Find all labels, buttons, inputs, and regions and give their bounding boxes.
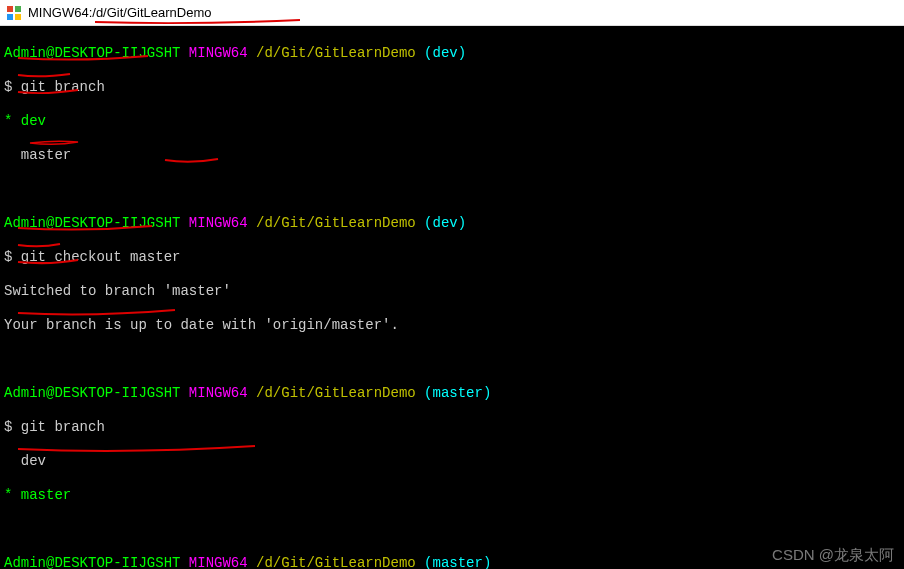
command-line: $ git checkout master bbox=[4, 249, 900, 266]
terminal-area[interactable]: Admin@DESKTOP-IIJGSHT MINGW64 /d/Git/Git… bbox=[0, 26, 904, 569]
window-titlebar: MINGW64:/d/Git/GitLearnDemo bbox=[0, 0, 904, 26]
blank-line bbox=[4, 181, 900, 198]
output-line: Your branch is up to date with 'origin/m… bbox=[4, 317, 900, 334]
blank-line bbox=[4, 521, 900, 538]
svg-rect-1 bbox=[15, 6, 21, 12]
svg-rect-0 bbox=[7, 6, 13, 12]
git-bash-icon bbox=[6, 5, 22, 21]
prompt-line: Admin@DESKTOP-IIJGSHT MINGW64 /d/Git/Git… bbox=[4, 385, 900, 402]
command-line: $ git branch bbox=[4, 79, 900, 96]
blank-line bbox=[4, 351, 900, 368]
svg-rect-3 bbox=[15, 14, 21, 20]
output-line: master bbox=[4, 147, 900, 164]
prompt-line: Admin@DESKTOP-IIJGSHT MINGW64 /d/Git/Git… bbox=[4, 555, 900, 569]
prompt-line: Admin@DESKTOP-IIJGSHT MINGW64 /d/Git/Git… bbox=[4, 45, 900, 62]
output-line: * dev bbox=[4, 113, 900, 130]
prompt-line: Admin@DESKTOP-IIJGSHT MINGW64 /d/Git/Git… bbox=[4, 215, 900, 232]
command-line: $ git branch bbox=[4, 419, 900, 436]
output-line: * master bbox=[4, 487, 900, 504]
output-line: dev bbox=[4, 453, 900, 470]
window-title: MINGW64:/d/Git/GitLearnDemo bbox=[28, 5, 212, 20]
svg-rect-2 bbox=[7, 14, 13, 20]
output-line: Switched to branch 'master' bbox=[4, 283, 900, 300]
